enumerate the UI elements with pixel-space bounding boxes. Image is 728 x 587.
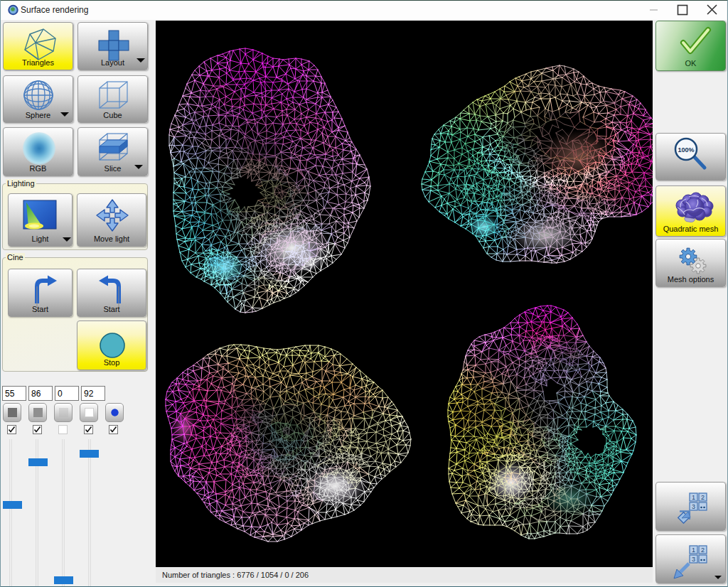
- svg-text:2: 2: [701, 494, 705, 501]
- svg-text:3: 3: [692, 556, 695, 563]
- svg-text:2: 2: [701, 546, 705, 554]
- svg-text:100%: 100%: [678, 146, 694, 154]
- svg-text:3: 3: [692, 503, 695, 510]
- svg-text:1: 1: [692, 546, 695, 554]
- svg-text:1: 1: [692, 494, 695, 501]
